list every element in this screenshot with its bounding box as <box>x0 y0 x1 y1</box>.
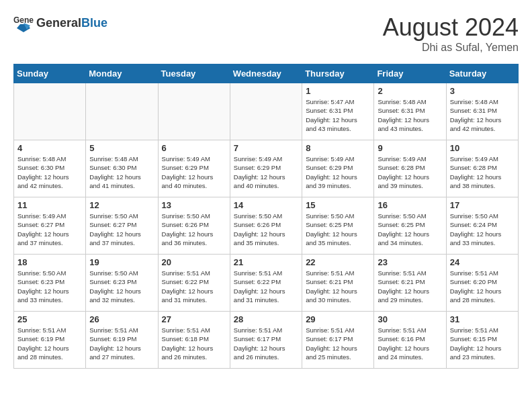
day-number: 31 <box>450 314 515 324</box>
day-info: Sunrise: 5:49 AM Sunset: 6:29 PM Dayligh… <box>162 154 226 190</box>
day-number: 28 <box>234 314 298 324</box>
calendar-cell: 10Sunrise: 5:49 AM Sunset: 6:28 PM Dayli… <box>446 140 518 197</box>
calendar-cell: 27Sunrise: 5:51 AM Sunset: 6:18 PM Dayli… <box>158 312 230 369</box>
day-number: 4 <box>17 143 82 153</box>
day-number: 14 <box>234 200 298 210</box>
calendar-header-row: SundayMondayTuesdayWednesdayThursdayFrid… <box>14 64 519 83</box>
location: Dhi as Sufal, Yemen <box>383 42 519 54</box>
day-info: Sunrise: 5:50 AM Sunset: 6:25 PM Dayligh… <box>306 212 370 247</box>
calendar-cell <box>14 83 86 140</box>
day-info: Sunrise: 5:51 AM Sunset: 6:19 PM Dayligh… <box>89 326 154 361</box>
day-info: Sunrise: 5:51 AM Sunset: 6:22 PM Dayligh… <box>234 269 298 304</box>
calendar-cell: 30Sunrise: 5:51 AM Sunset: 6:16 PM Dayli… <box>374 312 446 369</box>
day-info: Sunrise: 5:50 AM Sunset: 6:23 PM Dayligh… <box>17 269 82 304</box>
header: General GeneralBlue August 2024 Dhi as S… <box>13 13 519 54</box>
calendar-cell <box>230 83 302 140</box>
day-number: 8 <box>306 143 370 153</box>
day-info: Sunrise: 5:50 AM Sunset: 6:25 PM Dayligh… <box>378 212 442 247</box>
day-number: 30 <box>378 314 442 324</box>
week-row-4: 18Sunrise: 5:50 AM Sunset: 6:23 PM Dayli… <box>14 255 519 312</box>
calendar-cell: 5Sunrise: 5:48 AM Sunset: 6:30 PM Daylig… <box>86 140 158 197</box>
day-number: 10 <box>450 143 515 153</box>
day-number: 17 <box>450 200 515 210</box>
day-number: 12 <box>89 200 154 210</box>
logo: General GeneralBlue <box>13 13 107 32</box>
day-number: 19 <box>89 257 154 267</box>
day-info: Sunrise: 5:51 AM Sunset: 6:16 PM Dayligh… <box>378 326 442 361</box>
day-number: 23 <box>378 257 442 267</box>
day-info: Sunrise: 5:49 AM Sunset: 6:28 PM Dayligh… <box>378 154 442 190</box>
week-row-3: 11Sunrise: 5:49 AM Sunset: 6:27 PM Dayli… <box>14 197 519 255</box>
day-info: Sunrise: 5:50 AM Sunset: 6:26 PM Dayligh… <box>162 212 226 247</box>
day-number: 11 <box>17 200 82 210</box>
calendar-cell <box>158 83 230 140</box>
day-info: Sunrise: 5:51 AM Sunset: 6:21 PM Dayligh… <box>378 269 442 304</box>
day-info: Sunrise: 5:51 AM Sunset: 6:17 PM Dayligh… <box>234 326 298 361</box>
day-number: 1 <box>306 86 370 96</box>
calendar-cell: 17Sunrise: 5:50 AM Sunset: 6:24 PM Dayli… <box>446 197 518 255</box>
week-row-2: 4Sunrise: 5:48 AM Sunset: 6:30 PM Daylig… <box>14 140 519 197</box>
week-row-5: 25Sunrise: 5:51 AM Sunset: 6:19 PM Dayli… <box>14 312 519 369</box>
calendar-cell: 12Sunrise: 5:50 AM Sunset: 6:27 PM Dayli… <box>86 197 158 255</box>
day-number: 7 <box>234 143 298 153</box>
day-number: 26 <box>89 314 154 324</box>
day-info: Sunrise: 5:48 AM Sunset: 6:30 PM Dayligh… <box>89 154 154 190</box>
calendar-cell: 29Sunrise: 5:51 AM Sunset: 6:17 PM Dayli… <box>302 312 374 369</box>
day-number: 29 <box>306 314 370 324</box>
day-number: 22 <box>306 257 370 267</box>
calendar-cell: 18Sunrise: 5:50 AM Sunset: 6:23 PM Dayli… <box>14 255 86 312</box>
day-info: Sunrise: 5:51 AM Sunset: 6:19 PM Dayligh… <box>17 326 82 361</box>
day-info: Sunrise: 5:48 AM Sunset: 6:30 PM Dayligh… <box>17 154 82 190</box>
day-info: Sunrise: 5:49 AM Sunset: 6:27 PM Dayligh… <box>17 212 82 247</box>
calendar-cell: 28Sunrise: 5:51 AM Sunset: 6:17 PM Dayli… <box>230 312 302 369</box>
calendar-cell: 23Sunrise: 5:51 AM Sunset: 6:21 PM Dayli… <box>374 255 446 312</box>
calendar-cell: 8Sunrise: 5:49 AM Sunset: 6:29 PM Daylig… <box>302 140 374 197</box>
calendar-cell: 9Sunrise: 5:49 AM Sunset: 6:28 PM Daylig… <box>374 140 446 197</box>
day-info: Sunrise: 5:51 AM Sunset: 6:20 PM Dayligh… <box>450 269 515 304</box>
day-info: Sunrise: 5:51 AM Sunset: 6:15 PM Dayligh… <box>450 326 515 361</box>
calendar-cell: 25Sunrise: 5:51 AM Sunset: 6:19 PM Dayli… <box>14 312 86 369</box>
day-number: 13 <box>162 200 226 210</box>
calendar-cell: 19Sunrise: 5:50 AM Sunset: 6:23 PM Dayli… <box>86 255 158 312</box>
day-info: Sunrise: 5:48 AM Sunset: 6:31 PM Dayligh… <box>378 97 442 133</box>
calendar-cell: 11Sunrise: 5:49 AM Sunset: 6:27 PM Dayli… <box>14 197 86 255</box>
day-info: Sunrise: 5:49 AM Sunset: 6:29 PM Dayligh… <box>234 154 298 190</box>
day-header-monday: Monday <box>86 64 158 83</box>
calendar-cell: 2Sunrise: 5:48 AM Sunset: 6:31 PM Daylig… <box>374 83 446 140</box>
calendar-cell: 3Sunrise: 5:48 AM Sunset: 6:31 PM Daylig… <box>446 83 518 140</box>
day-info: Sunrise: 5:50 AM Sunset: 6:26 PM Dayligh… <box>234 212 298 247</box>
calendar-cell: 24Sunrise: 5:51 AM Sunset: 6:20 PM Dayli… <box>446 255 518 312</box>
day-number: 2 <box>378 86 442 96</box>
day-number: 3 <box>450 86 515 96</box>
calendar-cell: 6Sunrise: 5:49 AM Sunset: 6:29 PM Daylig… <box>158 140 230 197</box>
day-info: Sunrise: 5:49 AM Sunset: 6:29 PM Dayligh… <box>306 154 370 190</box>
calendar-cell: 14Sunrise: 5:50 AM Sunset: 6:26 PM Dayli… <box>230 197 302 255</box>
calendar-cell: 20Sunrise: 5:51 AM Sunset: 6:22 PM Dayli… <box>158 255 230 312</box>
day-header-friday: Friday <box>374 64 446 83</box>
day-number: 20 <box>162 257 226 267</box>
title-area: August 2024 Dhi as Sufal, Yemen <box>383 13 519 54</box>
day-header-tuesday: Tuesday <box>158 64 230 83</box>
day-number: 24 <box>450 257 515 267</box>
calendar-cell: 22Sunrise: 5:51 AM Sunset: 6:21 PM Dayli… <box>302 255 374 312</box>
day-number: 18 <box>17 257 82 267</box>
day-info: Sunrise: 5:51 AM Sunset: 6:18 PM Dayligh… <box>162 326 226 361</box>
calendar-cell: 15Sunrise: 5:50 AM Sunset: 6:25 PM Dayli… <box>302 197 374 255</box>
calendar-cell: 4Sunrise: 5:48 AM Sunset: 6:30 PM Daylig… <box>14 140 86 197</box>
day-number: 21 <box>234 257 298 267</box>
calendar-cell <box>86 83 158 140</box>
svg-text:General: General <box>13 15 34 25</box>
day-number: 15 <box>306 200 370 210</box>
day-header-wednesday: Wednesday <box>230 64 302 83</box>
calendar-table: SundayMondayTuesdayWednesdayThursdayFrid… <box>13 64 519 369</box>
calendar-cell: 26Sunrise: 5:51 AM Sunset: 6:19 PM Dayli… <box>86 312 158 369</box>
day-header-thursday: Thursday <box>302 64 374 83</box>
calendar-cell: 16Sunrise: 5:50 AM Sunset: 6:25 PM Dayli… <box>374 197 446 255</box>
calendar-cell: 31Sunrise: 5:51 AM Sunset: 6:15 PM Dayli… <box>446 312 518 369</box>
day-info: Sunrise: 5:51 AM Sunset: 6:22 PM Dayligh… <box>162 269 226 304</box>
logo-icon: General <box>13 13 34 32</box>
day-info: Sunrise: 5:47 AM Sunset: 6:31 PM Dayligh… <box>306 97 370 133</box>
calendar-cell: 7Sunrise: 5:49 AM Sunset: 6:29 PM Daylig… <box>230 140 302 197</box>
day-info: Sunrise: 5:50 AM Sunset: 6:23 PM Dayligh… <box>89 269 154 304</box>
day-number: 9 <box>378 143 442 153</box>
